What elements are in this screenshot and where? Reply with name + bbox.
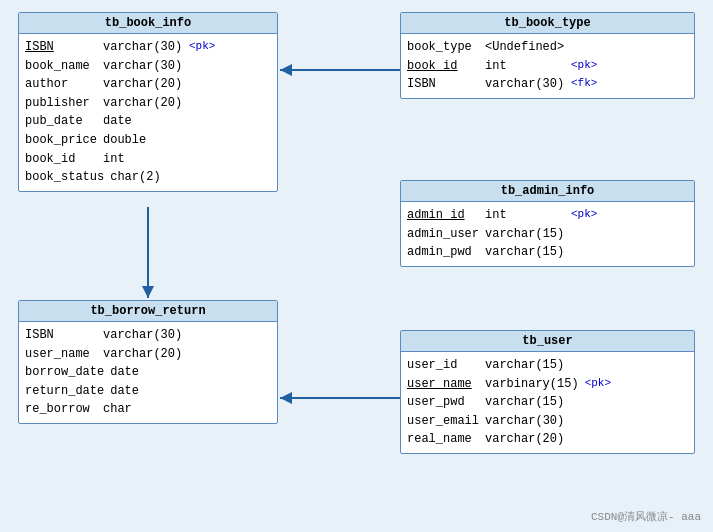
col-name: user_name xyxy=(407,375,479,394)
col-type: varchar(30) xyxy=(103,38,183,57)
table-row: publishervarchar(20) xyxy=(25,94,271,113)
col-name: user_id xyxy=(407,356,479,375)
col-type: double xyxy=(103,131,183,150)
col-type: <Undefined> xyxy=(485,38,565,57)
table-row: real_namevarchar(20) xyxy=(407,430,688,449)
col-type: char(2) xyxy=(110,168,190,187)
col-type: varchar(20) xyxy=(103,94,183,113)
col-type: varchar(30) xyxy=(103,326,183,345)
col-key: <pk> xyxy=(571,57,597,76)
table-row: book_namevarchar(30) xyxy=(25,57,271,76)
col-type: varchar(20) xyxy=(103,75,183,94)
watermark: CSDN@清风微凉- aaa xyxy=(591,509,701,524)
table-tb_book_info: tb_book_infoISBNvarchar(30)<pk>book_name… xyxy=(18,12,278,192)
col-type: varchar(15) xyxy=(485,356,565,375)
col-name: user_name xyxy=(25,345,97,364)
col-type: varbinary(15) xyxy=(485,375,579,394)
col-name: admin_id xyxy=(407,206,479,225)
col-name: book_status xyxy=(25,168,104,187)
col-type: int xyxy=(103,150,183,169)
table-tb_admin_info: tb_admin_infoadmin_idint<pk>admin_userva… xyxy=(400,180,695,267)
table-body-tb_book_info: ISBNvarchar(30)<pk>book_namevarchar(30)a… xyxy=(19,34,277,191)
col-name: ISBN xyxy=(25,38,97,57)
col-type: date xyxy=(110,382,190,401)
col-name: book_name xyxy=(25,57,97,76)
table-header-tb_borrow_return: tb_borrow_return xyxy=(19,301,277,322)
table-tb_book_type: tb_book_typebook_type<Undefined>book_idi… xyxy=(400,12,695,99)
col-type: date xyxy=(110,363,190,382)
table-header-tb_book_type: tb_book_type xyxy=(401,13,694,34)
col-type: varchar(15) xyxy=(485,243,565,262)
col-name: book_price xyxy=(25,131,97,150)
col-name: publisher xyxy=(25,94,97,113)
table-header-tb_user: tb_user xyxy=(401,331,694,352)
table-row: user_emailvarchar(30) xyxy=(407,412,688,431)
col-name: pub_date xyxy=(25,112,97,131)
col-name: admin_user xyxy=(407,225,479,244)
col-type: date xyxy=(103,112,183,131)
table-row: book_pricedouble xyxy=(25,131,271,150)
col-type: varchar(20) xyxy=(485,430,565,449)
col-type: int xyxy=(485,57,565,76)
table-row: re_borrowchar xyxy=(25,400,271,419)
table-row: user_namevarbinary(15)<pk> xyxy=(407,375,688,394)
col-key: <pk> xyxy=(585,375,611,394)
col-name: user_email xyxy=(407,412,479,431)
table-row: return_datedate xyxy=(25,382,271,401)
table-row: authorvarchar(20) xyxy=(25,75,271,94)
table-row: user_idvarchar(15) xyxy=(407,356,688,375)
col-type: varchar(15) xyxy=(485,225,565,244)
col-type: varchar(30) xyxy=(485,75,565,94)
table-tb_user: tb_useruser_idvarchar(15)user_namevarbin… xyxy=(400,330,695,454)
col-key: <pk> xyxy=(189,38,215,57)
col-name: return_date xyxy=(25,382,104,401)
table-row: admin_pwdvarchar(15) xyxy=(407,243,688,262)
table-row: book_statuschar(2) xyxy=(25,168,271,187)
table-row: admin_uservarchar(15) xyxy=(407,225,688,244)
col-name: book_id xyxy=(25,150,97,169)
table-header-tb_admin_info: tb_admin_info xyxy=(401,181,694,202)
col-name: ISBN xyxy=(407,75,479,94)
table-tb_borrow_return: tb_borrow_returnISBNvarchar(30)user_name… xyxy=(18,300,278,424)
table-body-tb_user: user_idvarchar(15)user_namevarbinary(15)… xyxy=(401,352,694,453)
col-key: <fk> xyxy=(571,75,597,94)
table-row: pub_datedate xyxy=(25,112,271,131)
col-name: admin_pwd xyxy=(407,243,479,262)
table-row: ISBNvarchar(30) xyxy=(25,326,271,345)
diagram-canvas: CSDN@清风微凉- aaa tb_book_infoISBNvarchar(3… xyxy=(0,0,713,532)
table-body-tb_borrow_return: ISBNvarchar(30)user_namevarchar(20)borro… xyxy=(19,322,277,423)
col-name: ISBN xyxy=(25,326,97,345)
col-type: varchar(20) xyxy=(103,345,183,364)
col-name: book_id xyxy=(407,57,479,76)
table-row: user_pwdvarchar(15) xyxy=(407,393,688,412)
table-row: book_type<Undefined> xyxy=(407,38,688,57)
col-name: re_borrow xyxy=(25,400,97,419)
col-key: <pk> xyxy=(571,206,597,225)
col-type: char xyxy=(103,400,183,419)
col-type: varchar(30) xyxy=(103,57,183,76)
table-header-tb_book_info: tb_book_info xyxy=(19,13,277,34)
col-type: varchar(30) xyxy=(485,412,565,431)
col-name: real_name xyxy=(407,430,479,449)
table-row: admin_idint<pk> xyxy=(407,206,688,225)
col-type: varchar(15) xyxy=(485,393,565,412)
col-type: int xyxy=(485,206,565,225)
table-body-tb_admin_info: admin_idint<pk>admin_uservarchar(15)admi… xyxy=(401,202,694,266)
table-row: user_namevarchar(20) xyxy=(25,345,271,364)
table-body-tb_book_type: book_type<Undefined>book_idint<pk>ISBNva… xyxy=(401,34,694,98)
table-row: ISBNvarchar(30)<fk> xyxy=(407,75,688,94)
col-name: borrow_date xyxy=(25,363,104,382)
table-row: borrow_datedate xyxy=(25,363,271,382)
table-row: ISBNvarchar(30)<pk> xyxy=(25,38,271,57)
col-name: author xyxy=(25,75,97,94)
col-name: book_type xyxy=(407,38,479,57)
table-row: book_idint xyxy=(25,150,271,169)
table-row: book_idint<pk> xyxy=(407,57,688,76)
col-name: user_pwd xyxy=(407,393,479,412)
